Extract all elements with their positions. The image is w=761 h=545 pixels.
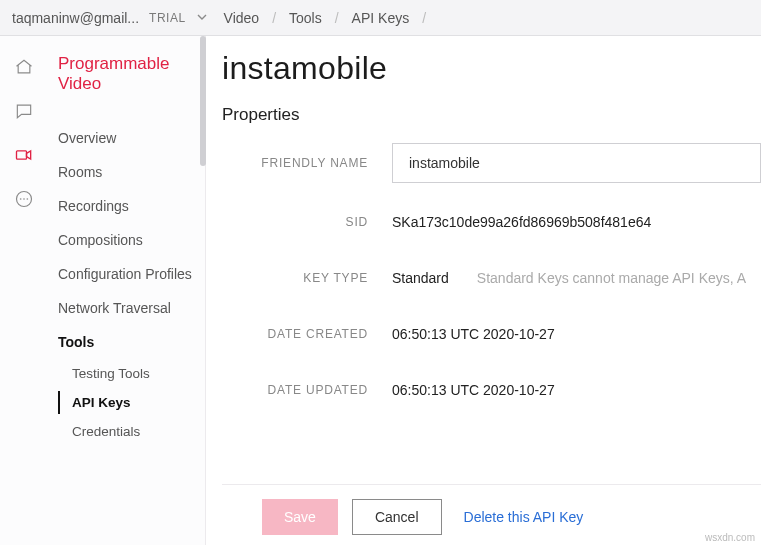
sidebar-item-recordings[interactable]: Recordings bbox=[58, 189, 205, 223]
svg-point-3 bbox=[23, 198, 25, 200]
breadcrumb[interactable]: API Keys bbox=[352, 10, 410, 26]
label-friendly-name: FRIENDLY NAME bbox=[222, 156, 392, 170]
sidebar-item-credentials[interactable]: Credentials bbox=[72, 417, 205, 446]
more-icon[interactable] bbox=[13, 188, 35, 210]
svg-point-4 bbox=[27, 198, 29, 200]
key-type-hint: Standard Keys cannot manage API Keys, A bbox=[477, 270, 746, 286]
sidebar-title[interactable]: Programmable Video bbox=[58, 54, 205, 95]
label-date-updated: DATE UPDATED bbox=[222, 383, 392, 397]
sidebar-item-api-keys[interactable]: API Keys bbox=[72, 388, 205, 417]
svg-rect-0 bbox=[17, 151, 27, 159]
main-content: instamobile Properties FRIENDLY NAME ins… bbox=[206, 36, 761, 545]
trial-badge: TRIAL bbox=[149, 11, 186, 25]
field-row: DATE CREATED 06:50:13 UTC 2020-10-27 bbox=[222, 317, 761, 351]
value-date-created: 06:50:13 UTC 2020-10-27 bbox=[392, 326, 555, 342]
delete-api-key-link[interactable]: Delete this API Key bbox=[464, 509, 584, 525]
sidebar-item-config-profiles[interactable]: Configuration Profiles bbox=[58, 257, 205, 291]
breadcrumb[interactable]: Tools bbox=[289, 10, 322, 26]
section-heading: Properties bbox=[222, 105, 761, 125]
breadcrumb[interactable]: Video bbox=[224, 10, 260, 26]
field-row: DATE UPDATED 06:50:13 UTC 2020-10-27 bbox=[222, 373, 761, 407]
label-date-created: DATE CREATED bbox=[222, 327, 392, 341]
sidebar-item-testing-tools[interactable]: Testing Tools bbox=[72, 359, 205, 388]
home-icon[interactable] bbox=[13, 56, 35, 78]
action-bar: Save Cancel Delete this API Key bbox=[222, 484, 761, 535]
sidebar-item-compositions[interactable]: Compositions bbox=[58, 223, 205, 257]
chevron-down-icon[interactable] bbox=[196, 10, 208, 26]
topbar: taqmaninw@gmail... TRIAL Video / Tools /… bbox=[0, 0, 761, 36]
cancel-button[interactable]: Cancel bbox=[352, 499, 442, 535]
save-button[interactable]: Save bbox=[262, 499, 338, 535]
page-title: instamobile bbox=[222, 50, 761, 87]
account-email[interactable]: taqmaninw@gmail... bbox=[12, 10, 139, 26]
sidebar-item-overview[interactable]: Overview bbox=[58, 121, 205, 155]
value-key-type: Standard bbox=[392, 270, 449, 286]
svg-point-2 bbox=[20, 198, 22, 200]
field-row: KEY TYPE Standard Standard Keys cannot m… bbox=[222, 261, 761, 295]
field-row: SID SKa173c10de99a26fd86969b508f481e64 bbox=[222, 205, 761, 239]
sidebar: Programmable Video Overview Rooms Record… bbox=[48, 36, 206, 545]
sidebar-item-rooms[interactable]: Rooms bbox=[58, 155, 205, 189]
sidebar-item-tools[interactable]: Tools bbox=[58, 325, 205, 359]
chat-icon[interactable] bbox=[13, 100, 35, 122]
value-date-updated: 06:50:13 UTC 2020-10-27 bbox=[392, 382, 555, 398]
friendly-name-input[interactable]: instamobile bbox=[392, 143, 761, 183]
sidebar-item-network-traversal[interactable]: Network Traversal bbox=[58, 291, 205, 325]
field-row: FRIENDLY NAME instamobile bbox=[222, 143, 761, 183]
icon-rail bbox=[0, 36, 48, 545]
watermark: wsxdn.com bbox=[705, 532, 755, 543]
value-sid: SKa173c10de99a26fd86969b508f481e64 bbox=[392, 214, 651, 230]
video-icon[interactable] bbox=[13, 144, 35, 166]
label-key-type: KEY TYPE bbox=[222, 271, 392, 285]
label-sid: SID bbox=[222, 215, 392, 229]
